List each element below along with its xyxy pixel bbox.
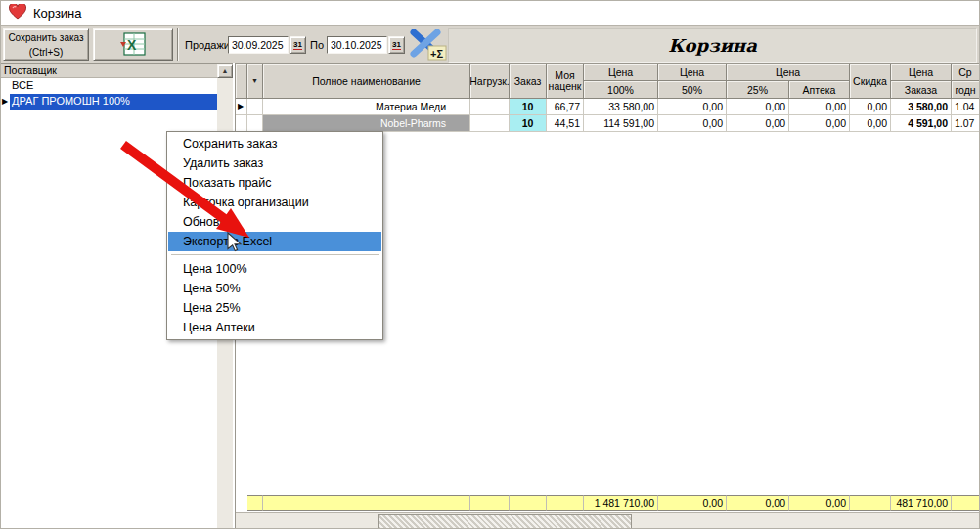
totals-order-price: 481 710,00 xyxy=(891,495,952,511)
header-marker-cell xyxy=(236,64,247,99)
column-header-order-price-top: Цена xyxy=(891,64,952,81)
save-order-button[interactable]: Сохранить заказ (Ctrl+S) xyxy=(3,28,89,61)
cell-order-price[interactable]: 3 580,00 xyxy=(891,99,952,115)
cell-margin[interactable]: 44,51 xyxy=(547,115,584,132)
save-order-shortcut: (Ctrl+S) xyxy=(4,46,88,61)
menu-item-org-card[interactable]: Карточка организации xyxy=(168,193,381,212)
cart-window: Корзина Сохранить заказ (Ctrl+S) X Прода… xyxy=(0,0,980,529)
column-header-price50-bottom: 50% xyxy=(658,81,727,99)
grid-header: ▼ Полное наименование Нагрузк. Заказ Моя… xyxy=(236,64,980,99)
menu-item-price-25[interactable]: Цена 25% xyxy=(168,298,381,318)
horizontal-scrollbar[interactable] xyxy=(236,512,980,528)
column-header-shelf-top: Ср xyxy=(952,64,980,81)
date-to-calendar-button[interactable]: 31 xyxy=(388,36,405,54)
menu-item-export-excel[interactable]: Экспорт в Excel xyxy=(168,232,381,251)
menu-separator xyxy=(168,251,381,259)
toolbar-separator xyxy=(177,28,179,61)
cell-price25[interactable]: 0,00 xyxy=(727,99,789,115)
menu-item-price-50[interactable]: Цена 50% xyxy=(168,279,381,298)
margin-header-line1: Моя xyxy=(555,70,574,81)
table-row: Nobel-Pharms 10 44,51 114 591,00 0,00 0,… xyxy=(236,115,980,132)
menu-item-save-order[interactable]: Сохранить заказ xyxy=(168,134,381,154)
column-header-order-price-bottom: Заказа xyxy=(891,81,952,99)
heart-icon xyxy=(9,4,26,22)
cell-pharmacy[interactable]: 0,00 xyxy=(789,99,850,115)
window-title: Корзина xyxy=(33,6,82,21)
cell-discount[interactable]: 0,00 xyxy=(850,115,891,132)
cell-name[interactable]: Nobel-Pharms xyxy=(263,115,470,132)
cell-price100[interactable]: 114 591,00 xyxy=(584,115,658,132)
sales-label: Продажи xyxy=(185,39,230,51)
totals-margin-cell xyxy=(547,495,584,511)
column-header-load: Нагрузк. xyxy=(470,64,510,99)
cell-load[interactable] xyxy=(470,115,510,132)
svg-text:+Σ: +Σ xyxy=(430,48,443,60)
column-header-price25: 25% xyxy=(727,81,789,99)
cell-discount[interactable]: 0,00 xyxy=(850,99,891,115)
context-menu: Сохранить заказ Удалить заказ Показать п… xyxy=(166,131,383,340)
cell-marker xyxy=(236,115,247,132)
excel-icon: X xyxy=(119,32,147,58)
cell-name[interactable]: Материа Меди xyxy=(263,99,470,115)
form-title-panel: Корзина xyxy=(448,28,977,63)
cell-price50[interactable]: 0,00 xyxy=(658,115,727,132)
table-row: ▶ Материа Меди 10 66,77 33 580,00 0,00 0… xyxy=(236,99,980,115)
form-title: Корзина xyxy=(668,35,757,56)
cell-order[interactable]: 10 xyxy=(510,99,547,115)
totals-name-cell xyxy=(263,495,470,511)
supplier-item-vse[interactable]: ВСЕ xyxy=(0,78,217,94)
cell-pharmacy[interactable]: 0,00 xyxy=(789,115,850,132)
excel-export-button[interactable]: X xyxy=(93,28,173,61)
margin-header-line2: наценк xyxy=(549,81,582,92)
menu-item-show-price[interactable]: Показать прайс xyxy=(168,173,381,193)
row-marker-placeholder xyxy=(0,78,10,94)
column-dropdown-button[interactable]: ▼ xyxy=(247,64,263,99)
totals-price100: 1 481 710,00 xyxy=(584,495,658,511)
totals-discount-cell xyxy=(850,495,891,511)
calendar-day-label: 31 xyxy=(392,40,401,50)
cell-price50[interactable]: 0,00 xyxy=(658,99,727,115)
cell-price25[interactable]: 0,00 xyxy=(727,115,789,132)
totals-order-cell xyxy=(510,495,547,511)
current-row-marker-icon: ▶ xyxy=(0,94,10,110)
cell-dropdown[interactable] xyxy=(247,99,263,115)
calendar-day-label: 31 xyxy=(293,40,302,50)
supplier-item-drag-promoshn[interactable]: ▶ ДРАГ ПРОМОШН 100% xyxy=(0,94,217,110)
totals-marker-cell xyxy=(236,495,247,511)
date-from-input[interactable] xyxy=(228,36,289,54)
menu-item-price-100[interactable]: Цена 100% xyxy=(168,259,381,279)
cell-margin[interactable]: 66,77 xyxy=(547,99,584,115)
column-header-margin: Моя наценк xyxy=(547,64,584,99)
totals-pharmacy: 0,00 xyxy=(789,495,850,511)
sum-icon-button[interactable]: +Σ xyxy=(410,29,447,61)
toolbar: Сохранить заказ (Ctrl+S) X Продажи 31 xyxy=(0,25,980,63)
title-bar: Корзина xyxy=(0,0,980,25)
cell-shelf[interactable]: 1.04 xyxy=(952,99,980,115)
column-header-price100-top: Цена xyxy=(584,64,658,81)
menu-item-refresh[interactable]: Обновить xyxy=(168,212,381,232)
date-to-input[interactable] xyxy=(327,36,387,54)
menu-item-price-apteka[interactable]: Цена Аптеки xyxy=(168,318,381,337)
supplier-item-label: ДРАГ ПРОМОШН 100% xyxy=(10,94,217,110)
current-row-marker-icon: ▶ xyxy=(236,99,247,115)
sum-icon: +Σ xyxy=(410,29,447,61)
cell-shelf[interactable]: 1.07 xyxy=(952,115,980,132)
to-label: По xyxy=(310,39,324,51)
scroll-up-icon: ▲ xyxy=(222,67,229,74)
totals-row: 1 481 710,00 0,00 0,00 0,00 481 710,00 xyxy=(236,495,980,511)
cell-order[interactable]: 10 xyxy=(510,115,547,132)
chevron-down-icon: ▼ xyxy=(251,77,258,84)
scroll-up-button[interactable]: ▲ xyxy=(217,64,233,78)
date-from-calendar-button[interactable]: 31 xyxy=(290,36,306,54)
save-order-label: Сохранить заказ xyxy=(4,31,88,46)
cell-dropdown[interactable] xyxy=(247,115,263,132)
column-header-pharmacy: Аптека xyxy=(789,81,850,99)
totals-dropdown-cell xyxy=(247,495,263,511)
menu-item-delete-order[interactable]: Удалить заказ xyxy=(168,154,381,173)
totals-price50: 0,00 xyxy=(658,495,727,511)
cell-order-price[interactable]: 4 591,00 xyxy=(891,115,952,132)
cell-price100[interactable]: 33 580,00 xyxy=(584,99,658,115)
column-header-name: Полное наименование xyxy=(263,64,470,99)
cell-load[interactable] xyxy=(470,99,510,115)
scrollbar-thumb[interactable] xyxy=(378,514,632,529)
